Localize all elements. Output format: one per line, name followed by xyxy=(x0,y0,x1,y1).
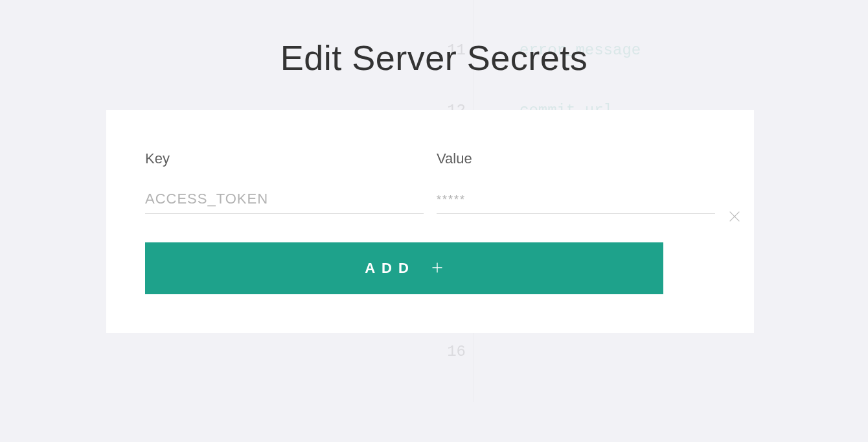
clear-row-button[interactable] xyxy=(725,209,744,227)
modal: Edit Server Secrets Key Value xyxy=(0,0,868,442)
plus-icon xyxy=(431,261,444,276)
value-input[interactable] xyxy=(437,185,715,213)
key-label: Key xyxy=(145,150,424,167)
form-row: Key Value xyxy=(145,150,715,214)
secrets-card: Key Value ADD xyxy=(106,110,754,333)
add-button[interactable]: ADD xyxy=(145,242,663,294)
add-button-label: ADD xyxy=(365,260,415,277)
close-icon xyxy=(727,209,742,226)
key-column: Key xyxy=(145,150,424,214)
key-input[interactable] xyxy=(145,185,424,213)
value-field-row xyxy=(437,184,715,214)
value-column: Value xyxy=(437,150,715,214)
value-label: Value xyxy=(437,150,715,167)
key-field-row xyxy=(145,184,424,214)
page-title: Edit Server Secrets xyxy=(0,38,868,78)
